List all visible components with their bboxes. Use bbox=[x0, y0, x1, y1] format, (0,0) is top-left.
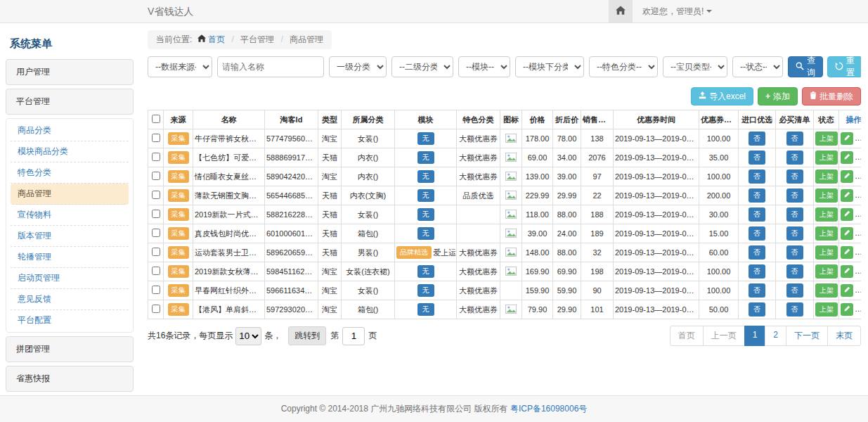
edit-button[interactable] bbox=[841, 303, 853, 316]
import-select-toggle[interactable]: 否 bbox=[749, 151, 765, 165]
home-button[interactable] bbox=[609, 0, 633, 23]
search-button[interactable]: 查询 bbox=[788, 56, 823, 77]
status-toggle[interactable]: 上架 bbox=[815, 132, 838, 146]
sidebar-item[interactable]: 轮播管理 bbox=[11, 247, 129, 268]
add-button[interactable]: + 添加 bbox=[758, 87, 798, 106]
import-select-toggle[interactable]: 否 bbox=[749, 283, 765, 298]
icp-link[interactable]: 粤ICP备16098006号 bbox=[510, 403, 587, 415]
sidebar-item-active[interactable]: 商品管理 bbox=[11, 184, 129, 205]
row-checkbox[interactable] bbox=[152, 191, 160, 199]
filter-select-module[interactable]: --模块-- bbox=[458, 56, 510, 77]
import-select-toggle[interactable]: 否 bbox=[749, 207, 765, 222]
status-toggle[interactable]: 上架 bbox=[815, 207, 838, 222]
must-buy-toggle[interactable]: 否 bbox=[786, 245, 803, 260]
sidebar-group[interactable]: 省惠快报 bbox=[6, 366, 134, 392]
must-buy-toggle[interactable]: 否 bbox=[786, 283, 803, 298]
status-toggle[interactable]: 上架 bbox=[815, 302, 838, 316]
sidebar-group[interactable]: 拼团管理 bbox=[6, 336, 134, 362]
sidebar-group[interactable]: 平台管理 bbox=[6, 89, 134, 115]
row-checkbox[interactable] bbox=[152, 134, 160, 142]
type-cell: 淘宝 bbox=[318, 262, 342, 281]
status-toggle[interactable]: 上架 bbox=[815, 170, 838, 184]
filter-select-item-type[interactable]: --宝贝类型-- bbox=[663, 56, 727, 77]
user-menu[interactable]: 欢迎您，管理员! bbox=[642, 6, 712, 18]
edit-button[interactable] bbox=[841, 284, 853, 297]
edit-button[interactable] bbox=[841, 246, 853, 259]
row-checkbox[interactable] bbox=[152, 229, 160, 237]
filter-select-category-level2[interactable]: --二级分类-- bbox=[391, 56, 453, 77]
import-select-toggle[interactable]: 否 bbox=[749, 302, 765, 316]
sidebar-item[interactable]: 特色分类 bbox=[11, 162, 129, 184]
pager-button[interactable]: 1 bbox=[744, 326, 766, 346]
category-cell: 内衣() bbox=[342, 167, 395, 186]
must-buy-toggle[interactable]: 否 bbox=[786, 188, 803, 203]
must-buy-toggle[interactable]: 否 bbox=[786, 151, 803, 165]
row-checkbox[interactable] bbox=[152, 248, 160, 256]
row-checkbox[interactable] bbox=[152, 210, 160, 218]
filter-select-feature-category[interactable]: --特色分类-- bbox=[589, 56, 658, 77]
type-cell: 天猫 bbox=[318, 243, 342, 262]
must-buy-toggle[interactable]: 否 bbox=[786, 170, 803, 184]
column-header: 操作 bbox=[839, 110, 862, 129]
import-select-toggle[interactable]: 否 bbox=[749, 132, 765, 146]
breadcrumb-home-link[interactable]: 首页 bbox=[208, 34, 225, 44]
sidebar-item[interactable]: 商品分类 bbox=[11, 120, 129, 141]
sidebar-item[interactable]: 宣传物料 bbox=[11, 205, 129, 226]
name-search-input[interactable] bbox=[217, 56, 324, 77]
select-all-checkbox[interactable] bbox=[152, 115, 160, 123]
batch-delete-button[interactable]: 批量删除 bbox=[802, 87, 861, 106]
row-checkbox[interactable] bbox=[152, 172, 160, 180]
filter-select-status[interactable]: --状态-- bbox=[732, 56, 783, 77]
row-checkbox[interactable] bbox=[152, 153, 160, 161]
page-number-input[interactable] bbox=[342, 327, 365, 345]
row-checkbox[interactable] bbox=[152, 305, 160, 313]
taoke-id-cell: 565446685867 bbox=[265, 186, 318, 205]
import-select-toggle[interactable]: 否 bbox=[749, 226, 765, 241]
category-cell: 女装() bbox=[342, 129, 395, 148]
edit-button[interactable] bbox=[841, 170, 853, 183]
status-toggle[interactable]: 上架 bbox=[815, 151, 838, 165]
jump-button[interactable]: 跳转到 bbox=[288, 326, 326, 345]
pager-button[interactable]: 末页 bbox=[827, 326, 861, 346]
row-checkbox[interactable] bbox=[152, 267, 160, 275]
sidebar-item[interactable]: 平台配置 bbox=[11, 310, 129, 331]
sidebar-group[interactable]: 用户管理 bbox=[6, 59, 134, 85]
import-excel-button[interactable]: 导入excel bbox=[691, 87, 753, 106]
status-toggle[interactable]: 上架 bbox=[815, 264, 838, 279]
sidebar-item[interactable]: 意见反馈 bbox=[11, 289, 129, 310]
table-header-row: 来源名称淘客Id类型所属分类模块特色分类图标价格折后价销售数量优惠券时间优惠券金… bbox=[148, 110, 862, 129]
must-buy-toggle[interactable]: 否 bbox=[786, 302, 803, 316]
status-toggle[interactable]: 上架 bbox=[815, 245, 838, 260]
status-toggle[interactable]: 上架 bbox=[815, 226, 838, 241]
content-area: 系统菜单 用户管理平台管理商品分类模块商品分类特色分类商品管理宣传物料版本管理轮… bbox=[0, 23, 868, 395]
import-select-toggle[interactable]: 否 bbox=[749, 188, 765, 203]
edit-button[interactable] bbox=[841, 132, 853, 145]
filter-select-category-level1[interactable]: 一级分类 bbox=[329, 56, 387, 77]
sidebar-item[interactable]: 启动页管理 bbox=[11, 268, 129, 289]
must-buy-toggle[interactable]: 否 bbox=[786, 264, 803, 279]
must-buy-toggle[interactable]: 否 bbox=[786, 132, 803, 146]
edit-button[interactable] bbox=[841, 208, 853, 221]
must-buy-toggle[interactable]: 否 bbox=[786, 207, 803, 222]
pager-button[interactable]: 2 bbox=[765, 326, 786, 346]
status-toggle[interactable]: 上架 bbox=[815, 188, 838, 203]
import-select-toggle[interactable]: 否 bbox=[749, 245, 765, 260]
sidebar-item[interactable]: 版本管理 bbox=[11, 226, 129, 247]
per-page-select[interactable]: 10 bbox=[235, 327, 261, 345]
row-checkbox[interactable] bbox=[152, 286, 160, 294]
edit-button[interactable] bbox=[841, 189, 853, 202]
taoke-id-cell: 601000601341 bbox=[265, 224, 318, 243]
must-buy-toggle[interactable]: 否 bbox=[786, 226, 803, 241]
edit-button[interactable] bbox=[841, 151, 853, 164]
import-select-toggle[interactable]: 否 bbox=[749, 264, 765, 279]
row-select-cell bbox=[148, 262, 164, 281]
reset-button[interactable]: 重置 bbox=[827, 56, 861, 77]
filter-select-data-source[interactable]: --数据来源-- bbox=[148, 56, 212, 77]
pager-button[interactable]: 下一页 bbox=[786, 326, 828, 346]
edit-button[interactable] bbox=[841, 227, 853, 240]
sidebar-item[interactable]: 模块商品分类 bbox=[11, 141, 129, 162]
status-toggle[interactable]: 上架 bbox=[815, 283, 838, 298]
filter-select-module-sub[interactable]: --模块下分类-- bbox=[515, 56, 584, 77]
edit-button[interactable] bbox=[841, 265, 853, 278]
import-select-toggle[interactable]: 否 bbox=[749, 170, 765, 184]
